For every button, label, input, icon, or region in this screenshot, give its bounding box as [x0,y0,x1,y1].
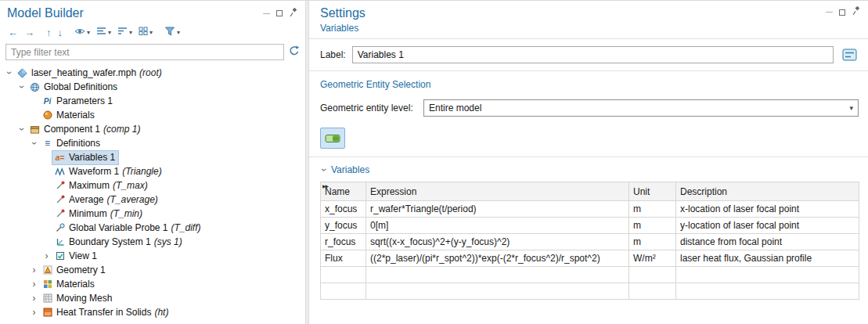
component-icon [28,124,41,135]
list-lines-icon [96,27,106,38]
cell-unit[interactable]: m [629,201,676,218]
collapse-icon[interactable]: › [28,139,40,148]
column-header-description: Description [676,182,859,201]
form-options-button[interactable] [840,46,859,63]
expand-icon[interactable]: › [41,251,52,261]
tree-item-root[interactable]: › laser_heating_wafer.mph (root) [0,66,305,80]
columns-menu-button[interactable]: ▾ [135,24,156,40]
label-field-caption: Label: [320,49,346,60]
table-row: r_focus sqrt((x-x_focus)^2+(y-y_focus)^2… [321,234,859,250]
tree-item-view1[interactable]: › View 1 [0,249,305,263]
node-label-menu-button[interactable]: ▾ [93,24,114,40]
tree-item-moving-mesh[interactable]: › Moving Mesh [0,291,305,305]
tree-item-component1[interactable]: › Component 1 (comp 1) [0,122,305,136]
variables-section-header[interactable]: › Variables [309,157,868,182]
collapse-icon[interactable]: › [3,68,15,77]
active-toggle-icon [325,134,340,143]
cell-name[interactable]: x_focus [321,201,366,218]
tree-item-materials-global[interactable]: Materials [0,108,305,122]
tree-item-boundary-system1[interactable]: Boundary System 1 (sys 1) [0,235,305,249]
entity-level-dropdown[interactable]: Entire model ▾ [423,99,859,117]
panel-pin-icon[interactable] [852,6,860,18]
tree-item-variables1[interactable]: a= Variables 1 [0,150,305,164]
label-input[interactable] [352,46,834,63]
expand-icon[interactable]: › [28,293,40,303]
panel-collapse-button[interactable]: — [263,10,270,17]
table-row: Flux ((2*p_laser)/(pi*r_spot^2))*exp(-(2… [321,250,859,267]
cell-name[interactable]: r_focus [321,234,366,250]
cell-unit[interactable] [629,267,676,283]
filter-menu-button[interactable]: ▾ [161,24,183,40]
cell-unit[interactable] [629,283,676,300]
tree-filter-input[interactable] [5,44,284,60]
cell-expression[interactable]: 0[m] [366,218,629,234]
back-button[interactable]: ← [5,24,21,40]
tree-item-minimum[interactable]: Minimum (T_min) [0,207,305,221]
tree-item-parameters[interactable]: Pi Parameters 1 [0,94,305,108]
model-file-icon [16,67,29,79]
settings-subtitle[interactable]: Variables [309,20,868,38]
cell-description[interactable] [676,283,859,300]
tree-item-definitions[interactable]: › ≡ Definitions [0,136,305,150]
tree-item-maximum[interactable]: Maximum (T_max) [0,178,305,193]
settings-title: Settings [320,6,366,20]
tree-item-global-variable-probe1[interactable]: Global Variable Probe 1 (T_diff) [0,221,305,235]
chevron-down-icon: ▾ [849,104,853,112]
move-down-button[interactable]: ↓ [55,24,67,40]
table-header-row: ▶▶ Name Expression Unit Description [321,182,859,201]
geometry-icon [41,265,54,276]
cell-description[interactable] [676,267,859,283]
geometric-entity-section-title: Geometric Entity Selection [309,71,868,95]
material-sphere-icon [41,110,54,121]
tree-item-materials-comp[interactable]: › Materials [0,277,305,291]
materials-icon [41,279,54,290]
tree-item-heat-transfer[interactable]: › Heat Transfer in Solids (ht) [0,305,305,319]
section-collapse-icon[interactable]: › [319,165,330,175]
expand-icon[interactable]: › [28,265,40,275]
cell-unit[interactable]: m [629,234,676,250]
maximum-coupling-icon [53,180,67,192]
tree-item-average[interactable]: Average (T_average) [0,193,305,207]
collapse-icon[interactable]: › [16,82,27,92]
cell-name[interactable]: y_focus [321,218,366,234]
cell-expression[interactable] [366,267,629,283]
model-builder-title: Model Builder [7,6,84,20]
collapse-icon[interactable]: › [16,124,27,134]
column-header-unit: Unit [629,182,676,201]
tree-item-waveform1[interactable]: Waveform 1 (Triangle) [0,164,305,178]
panel-float-button[interactable] [276,10,283,16]
cell-description[interactable]: distance from focal point [676,234,859,250]
cell-description[interactable]: y-location of laser focal point [676,218,859,234]
show-menu-button[interactable]: ▾ [71,24,93,40]
expand-icon[interactable]: › [28,279,40,289]
moving-mesh-icon [41,293,54,304]
tree-item-global-definitions[interactable]: › Global Definitions [0,80,305,94]
refresh-icon[interactable] [289,45,300,59]
cell-unit[interactable]: W/m² [629,250,676,267]
grid-icon [139,27,148,38]
forward-button[interactable]: → [21,24,38,40]
panel-pin-icon[interactable] [289,8,297,20]
table-row-empty [321,267,859,283]
waveform-icon [53,166,67,178]
settings-panel: Settings — Variables Label: Geometric En… [309,1,868,324]
panel-collapse-button[interactable]: — [826,9,833,16]
tree-item-geometry1[interactable]: › Geometry 1 [0,263,305,277]
cell-description[interactable]: x-location of laser focal point [676,201,859,218]
cell-name[interactable]: Flux [321,250,366,267]
expand-icon[interactable]: › [28,308,40,317]
cell-unit[interactable]: m [629,218,676,234]
active-selection-toggle-button[interactable] [320,128,345,149]
cell-expression[interactable]: sqrt((x-x_focus)^2+(y-y_focus)^2) [366,234,629,250]
panel-float-button[interactable] [839,9,845,16]
cell-expression[interactable] [366,283,629,300]
cell-name[interactable] [321,283,366,300]
move-up-button[interactable]: ↑ [43,24,55,40]
cell-description[interactable]: laser heat flux, Gaussian profile [676,250,859,267]
column-header-expression: Expression [366,182,629,201]
sort-menu-button[interactable]: ▾ [114,24,135,40]
cell-expression[interactable]: ((2*p_laser)/(pi*r_spot^2))*exp(-(2*r_fo… [366,250,629,267]
cell-expression[interactable]: r_wafer*Triangle(t/period) [366,201,629,218]
comsol-window: Model Builder — ← → ↑ ↓ ▾ ▾ [0,0,868,324]
cell-name[interactable] [321,267,366,283]
